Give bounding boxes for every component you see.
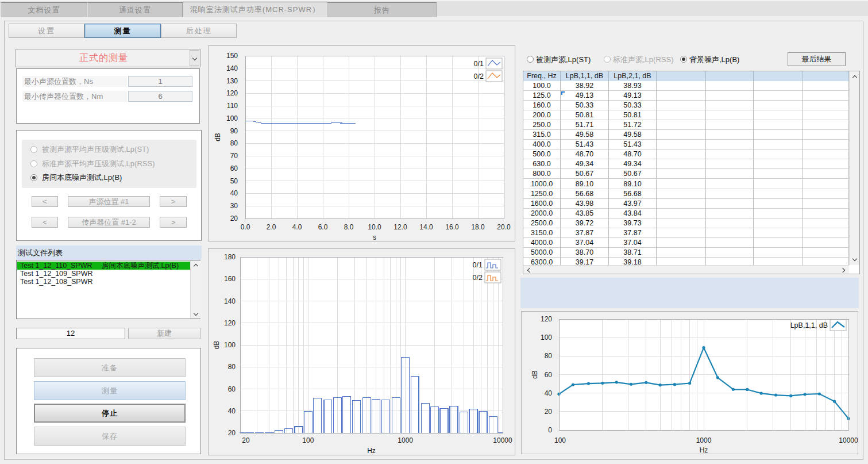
- table-cell[interactable]: [657, 149, 706, 159]
- table-cell[interactable]: [657, 199, 706, 209]
- table-cell[interactable]: [657, 238, 706, 248]
- table-cell[interactable]: 630.0: [523, 159, 561, 169]
- table-cell[interactable]: 39.72: [561, 218, 609, 228]
- table-cell[interactable]: 50.33: [609, 101, 657, 110]
- table-cell[interactable]: [754, 228, 803, 238]
- table-cell[interactable]: 51.43: [561, 140, 609, 149]
- table-cell[interactable]: [754, 140, 803, 149]
- table-cell[interactable]: 49.13: [561, 91, 609, 101]
- table-cell[interactable]: [657, 218, 706, 228]
- table-cell[interactable]: [706, 140, 754, 149]
- table-cell[interactable]: 51.71: [561, 120, 609, 130]
- table-cell[interactable]: [754, 248, 803, 258]
- table-cell[interactable]: [754, 101, 803, 110]
- position-next-button-0[interactable]: >: [160, 196, 187, 207]
- table-cell[interactable]: 400.0: [523, 140, 561, 149]
- table-cell[interactable]: [803, 101, 849, 110]
- action-button-0[interactable]: 准备: [34, 358, 186, 377]
- table-cell[interactable]: [754, 189, 803, 199]
- table-cell[interactable]: 125.0: [523, 91, 561, 101]
- table-cell[interactable]: [706, 199, 754, 209]
- table-cell[interactable]: 37.04: [609, 238, 657, 248]
- test-type-radio-2[interactable]: 房间本底噪声测试,Lp(B): [30, 174, 122, 182]
- table-cell[interactable]: [803, 91, 849, 101]
- table-cell[interactable]: 37.87: [561, 228, 609, 238]
- position-label-button-0[interactable]: 声源位置 #1: [68, 196, 150, 207]
- scroll-up-icon[interactable]: [852, 74, 857, 79]
- table-cell[interactable]: [803, 238, 849, 248]
- test-type-radio-1[interactable]: 标准声源平均声压级测试,Lp(RSS): [30, 160, 155, 168]
- table-cell[interactable]: [657, 130, 706, 140]
- table-cell[interactable]: [706, 238, 754, 248]
- table-cell[interactable]: 49.58: [561, 130, 609, 140]
- position-label-button-1[interactable]: 传声器位置 #1-2: [68, 217, 150, 228]
- table-cell[interactable]: [657, 248, 706, 258]
- table-cell[interactable]: [754, 81, 803, 91]
- table-cell[interactable]: [754, 159, 803, 169]
- table-cell[interactable]: [706, 218, 754, 228]
- table-cell[interactable]: [803, 169, 849, 179]
- source-radio-2[interactable]: [680, 56, 687, 63]
- action-button-2[interactable]: 停止: [34, 404, 186, 423]
- measurement-mode-dropdown[interactable]: 正式的测量: [16, 49, 200, 67]
- table-cell[interactable]: 49.34: [561, 159, 609, 169]
- table-cell[interactable]: 89.10: [561, 179, 609, 189]
- sub-tab-2[interactable]: 后处理: [161, 24, 237, 38]
- main-tab-0[interactable]: 文档设置: [1, 2, 87, 17]
- table-cell[interactable]: 43.97: [609, 199, 657, 209]
- table-cell[interactable]: [706, 149, 754, 159]
- table-cell[interactable]: [657, 209, 706, 218]
- sub-tab-0[interactable]: 设置: [9, 24, 84, 38]
- table-cell[interactable]: [706, 159, 754, 169]
- action-button-1[interactable]: 测量: [34, 381, 186, 400]
- last-result-button[interactable]: 最后结果: [788, 52, 846, 66]
- main-tab-1[interactable]: 通道设置: [87, 2, 183, 17]
- table-cell[interactable]: 89.10: [609, 179, 657, 189]
- table-cell[interactable]: [706, 169, 754, 179]
- table-cell[interactable]: 200.0: [523, 110, 561, 120]
- file-list-item[interactable]: Test 1_12_110_SPWR房间本底噪声测试,Lp(B): [17, 262, 190, 270]
- table-cell[interactable]: [803, 189, 849, 199]
- table-cell[interactable]: [803, 248, 849, 258]
- table-cell[interactable]: [803, 218, 849, 228]
- position-prev-button-1[interactable]: <: [32, 217, 58, 228]
- table-cell[interactable]: [754, 218, 803, 228]
- table-cell[interactable]: [803, 130, 849, 140]
- table-cell[interactable]: 50.33: [561, 101, 609, 110]
- file-list-item[interactable]: Test 1_12_108_SPWR: [17, 278, 190, 286]
- table-cell[interactable]: 50.81: [609, 110, 657, 120]
- table-cell[interactable]: [803, 209, 849, 218]
- table-cell[interactable]: 800.0: [523, 169, 561, 179]
- table-cell[interactable]: [657, 169, 706, 179]
- table-cell[interactable]: [803, 199, 849, 209]
- table-cell[interactable]: [706, 91, 754, 101]
- scroll-down-icon[interactable]: [852, 257, 857, 262]
- table-cell[interactable]: 43.98: [561, 199, 609, 209]
- table-cell[interactable]: [754, 169, 803, 179]
- table-cell[interactable]: [706, 101, 754, 110]
- table-cell[interactable]: [754, 149, 803, 159]
- table-cell[interactable]: 50.67: [609, 169, 657, 179]
- sub-tab-1[interactable]: 测量: [84, 24, 161, 38]
- table-cell[interactable]: 2500.0: [523, 218, 561, 228]
- table-cell[interactable]: [754, 209, 803, 218]
- table-cell[interactable]: 49.58: [609, 130, 657, 140]
- table-cell[interactable]: [754, 179, 803, 189]
- param-value-field[interactable]: 6: [128, 91, 192, 102]
- scroll-down-icon[interactable]: [194, 312, 198, 316]
- table-cell[interactable]: 1000.0: [523, 179, 561, 189]
- table-cell[interactable]: 39.73: [609, 218, 657, 228]
- table-cell[interactable]: 1250.0: [523, 189, 561, 199]
- table-cell[interactable]: 1600.0: [523, 199, 561, 209]
- table-cell[interactable]: [657, 228, 706, 238]
- file-list-item[interactable]: Test 1_12_109_SPWR: [17, 270, 190, 278]
- table-cell[interactable]: [803, 159, 849, 169]
- table-cell[interactable]: [803, 140, 849, 149]
- table-cell[interactable]: [657, 179, 706, 189]
- table-cell[interactable]: [657, 101, 706, 110]
- position-prev-button-0[interactable]: <: [32, 196, 58, 207]
- action-button-3[interactable]: 保存: [34, 427, 186, 446]
- table-cell[interactable]: 315.0: [523, 130, 561, 140]
- table-cell[interactable]: [657, 81, 706, 91]
- table-cell[interactable]: 50.81: [561, 110, 609, 120]
